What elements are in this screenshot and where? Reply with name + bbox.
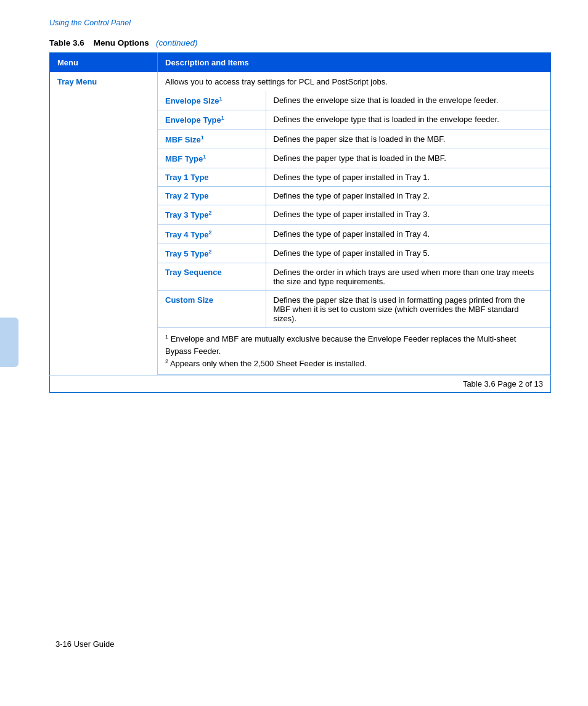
main-table: Menu Description and Items Tray Menu All… xyxy=(49,52,551,393)
tray3-type-label: Tray 3 Type2 xyxy=(158,205,266,224)
footnote-1: 1 Envelope and MBF are mutually exclusiv… xyxy=(165,333,543,357)
list-item: MBF Size1 Defines the paper size that is… xyxy=(158,129,550,149)
list-item: Tray 2 Type Defines the type of paper in… xyxy=(158,187,550,205)
footnote-row: 1 Envelope and MBF are mutually exclusiv… xyxy=(158,328,550,375)
tray5-type-label: Tray 5 Type2 xyxy=(158,244,266,263)
list-item: MBF Type1 Defines the paper type that is… xyxy=(158,149,550,168)
inner-table: Envelope Size1 Defines the envelope size… xyxy=(158,91,550,375)
custom-size-label: Custom Size xyxy=(158,291,266,328)
tray4-type-desc: Defines the type of paper installed in T… xyxy=(266,224,550,244)
table-continued: (continued) xyxy=(156,38,198,47)
tray4-type-label: Tray 4 Type2 xyxy=(158,224,266,244)
footnote-2: 2 Appears only when the 2,500 Sheet Feed… xyxy=(165,358,543,370)
tray3-type-desc: Defines the type of paper installed in T… xyxy=(266,205,550,224)
tray1-type-label: Tray 1 Type xyxy=(158,168,266,187)
envelope-type-desc: Defines the envelope type that is loaded… xyxy=(266,110,550,129)
tray2-type-desc: Defines the type of paper installed in T… xyxy=(266,187,550,205)
table-header-row: Menu Description and Items xyxy=(50,53,551,73)
tray-menu-simple-desc: Allows you to access tray settings for P… xyxy=(158,72,550,91)
tray2-type-label: Tray 2 Type xyxy=(158,187,266,205)
custom-size-desc: Defines the paper size that is used in f… xyxy=(266,291,550,328)
envelope-size-label: Envelope Size1 xyxy=(158,91,266,110)
tray-menu-label: Tray Menu xyxy=(50,72,158,376)
list-item: Tray 5 Type2 Defines the type of paper i… xyxy=(158,244,550,263)
bottom-footer: 3-16 User Guide xyxy=(49,639,551,649)
footnotes-cell: 1 Envelope and MBF are mutually exclusiv… xyxy=(158,328,550,375)
mbf-type-label: MBF Type1 xyxy=(158,149,266,168)
list-item: Custom Size Defines the paper size that … xyxy=(158,291,550,328)
tray-sequence-desc: Defines the order in which trays are use… xyxy=(266,263,550,291)
envelope-type-label: Envelope Type1 xyxy=(158,110,266,129)
mbf-size-desc: Defines the paper size that is loaded in… xyxy=(266,129,550,149)
tray5-type-desc: Defines the type of paper installed in T… xyxy=(266,244,550,263)
list-item: Tray 3 Type2 Defines the type of paper i… xyxy=(158,205,550,224)
mbf-size-label: MBF Size1 xyxy=(158,129,266,149)
table-row: Tray Menu Allows you to access tray sett… xyxy=(50,72,551,376)
page-footer: Table 3.6 Page 2 of 13 xyxy=(50,376,551,393)
mbf-type-desc: Defines the paper type that is loaded in… xyxy=(266,149,550,168)
list-item: Tray Sequence Defines the order in which… xyxy=(158,263,550,291)
col-menu-header: Menu xyxy=(50,53,158,73)
list-item: Tray 1 Type Defines the type of paper in… xyxy=(158,168,550,187)
col-desc-header: Description and Items xyxy=(158,53,551,73)
tray1-type-desc: Defines the type of paper installed in T… xyxy=(266,168,550,187)
tray-menu-desc-cell: Allows you to access tray settings for P… xyxy=(158,72,551,376)
breadcrumb: Using the Control Panel xyxy=(49,18,551,27)
list-item: Envelope Size1 Defines the envelope size… xyxy=(158,91,550,110)
envelope-size-desc: Defines the envelope size that is loaded… xyxy=(266,91,550,110)
tray-sequence-label: Tray Sequence xyxy=(158,263,266,291)
list-item: Envelope Type1 Defines the envelope type… xyxy=(158,110,550,129)
page-footer-row: Table 3.6 Page 2 of 13 xyxy=(50,376,551,393)
list-item: Tray 4 Type2 Defines the type of paper i… xyxy=(158,224,550,244)
table-label: Table 3.6 Menu Options xyxy=(49,38,152,47)
table-title: Table 3.6 Menu Options (continued) xyxy=(49,38,551,47)
